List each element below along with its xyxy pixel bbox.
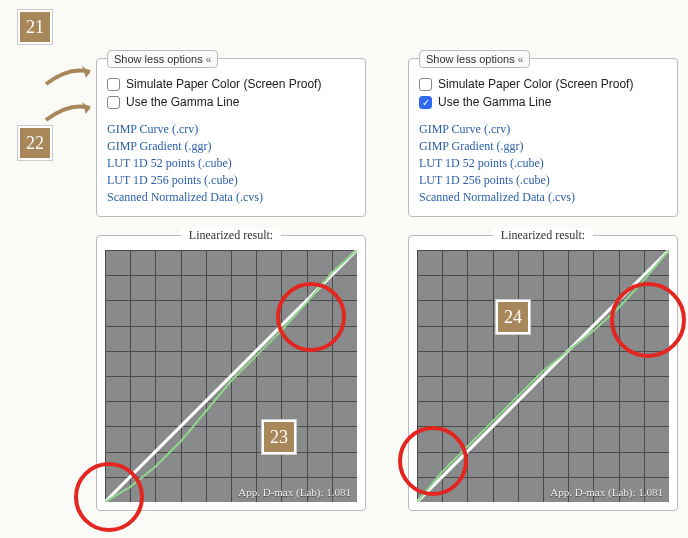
checkbox-unchecked-icon: [419, 78, 432, 91]
use-gamma-row[interactable]: ✓ Use the Gamma Line: [419, 93, 667, 111]
annotation-badge-23: 23: [262, 420, 296, 454]
link-gimp-gradient[interactable]: GIMP Gradient (.ggr): [107, 138, 355, 155]
annotation-badge-22: 22: [18, 126, 52, 160]
checkbox-unchecked-icon: [107, 78, 120, 91]
chevron-left-icon: «: [518, 54, 524, 65]
checkbox-checked-icon: ✓: [419, 96, 432, 109]
simulate-paper-label: Simulate Paper Color (Screen Proof): [438, 77, 633, 91]
options-frame: Show less options « Simulate Paper Color…: [408, 58, 678, 217]
link-lut-52[interactable]: LUT 1D 52 points (.cube): [419, 155, 667, 172]
use-gamma-label: Use the Gamma Line: [126, 95, 239, 109]
dmax-label: App. D-max (Lab): 1.081: [550, 486, 663, 498]
panel-right: Show less options « Simulate Paper Color…: [408, 58, 678, 511]
export-links: GIMP Curve (.crv) GIMP Gradient (.ggr) L…: [419, 121, 667, 206]
link-scanned-data[interactable]: Scanned Normalized Data (.cvs): [107, 189, 355, 206]
checkbox-unchecked-icon: [107, 96, 120, 109]
chevron-left-icon: «: [206, 54, 212, 65]
options-frame: Show less options « Simulate Paper Color…: [96, 58, 366, 217]
panel-left: Show less options « Simulate Paper Color…: [96, 58, 366, 511]
annotation-badge-24: 24: [496, 300, 530, 334]
graph-grid: [105, 250, 357, 502]
show-less-options-button[interactable]: Show less options «: [107, 50, 218, 68]
graph-frame-right: Linearized result: App. D-max (Lab): 1.0…: [408, 235, 678, 511]
show-less-options-button[interactable]: Show less options «: [419, 50, 530, 68]
simulate-paper-label: Simulate Paper Color (Screen Proof): [126, 77, 321, 91]
export-links: GIMP Curve (.crv) GIMP Gradient (.ggr) L…: [107, 121, 355, 206]
link-lut-256[interactable]: LUT 1D 256 points (.cube): [419, 172, 667, 189]
link-lut-52[interactable]: LUT 1D 52 points (.cube): [107, 155, 355, 172]
graph-grid: [417, 250, 669, 502]
graph-title: Linearized result:: [493, 228, 593, 243]
show-less-label: Show less options: [426, 53, 515, 65]
simulate-paper-row[interactable]: Simulate Paper Color (Screen Proof): [107, 75, 355, 93]
arrow-to-simulate-paper: [40, 62, 98, 88]
link-gimp-gradient[interactable]: GIMP Gradient (.ggr): [419, 138, 667, 155]
link-gimp-curve[interactable]: GIMP Curve (.crv): [419, 121, 667, 138]
link-scanned-data[interactable]: Scanned Normalized Data (.cvs): [419, 189, 667, 206]
graph-frame-left: Linearized result: App. D-max (Lab): 1.0…: [96, 235, 366, 511]
graph-canvas-right: App. D-max (Lab): 1.081: [417, 250, 669, 502]
dmax-label: App. D-max (Lab): 1.081: [238, 486, 351, 498]
show-less-label: Show less options: [114, 53, 203, 65]
graph-title: Linearized result:: [181, 228, 281, 243]
arrow-to-use-gamma: [40, 98, 98, 124]
simulate-paper-row[interactable]: Simulate Paper Color (Screen Proof): [419, 75, 667, 93]
link-lut-256[interactable]: LUT 1D 256 points (.cube): [107, 172, 355, 189]
use-gamma-row[interactable]: Use the Gamma Line: [107, 93, 355, 111]
graph-canvas-left: App. D-max (Lab): 1.081: [105, 250, 357, 502]
link-gimp-curve[interactable]: GIMP Curve (.crv): [107, 121, 355, 138]
annotation-badge-21: 21: [18, 10, 52, 44]
use-gamma-label: Use the Gamma Line: [438, 95, 551, 109]
